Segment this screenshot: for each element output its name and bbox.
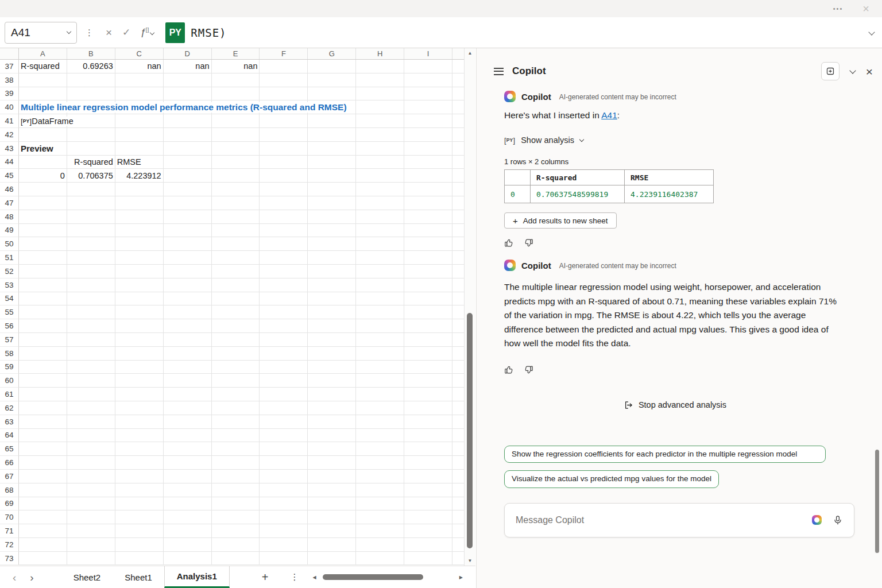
cell-I67[interactable] xyxy=(404,470,452,483)
cell-A68[interactable] xyxy=(19,483,67,497)
column-header-B[interactable]: B xyxy=(67,48,115,59)
cell-F49[interactable] xyxy=(260,224,308,238)
row-header-37[interactable]: 37 xyxy=(0,60,19,74)
cell-H43[interactable] xyxy=(356,142,404,156)
cell-A64[interactable] xyxy=(19,429,67,443)
cell-E66[interactable] xyxy=(212,456,260,470)
formula-bar-kebab-icon[interactable]: ⋮ xyxy=(85,28,94,38)
cell-B60[interactable] xyxy=(67,374,115,388)
cell-I69[interactable] xyxy=(404,497,452,511)
cell-B56[interactable] xyxy=(67,319,115,333)
cell-G47[interactable] xyxy=(308,196,356,210)
cell-B52[interactable] xyxy=(67,265,115,278)
row-header-52[interactable]: 52 xyxy=(0,265,19,278)
cell-B54[interactable] xyxy=(67,292,115,306)
cell-D64[interactable] xyxy=(164,429,212,443)
row-header-47[interactable]: 47 xyxy=(0,196,19,210)
cell-E45[interactable] xyxy=(212,169,260,183)
cell-F62[interactable] xyxy=(260,401,308,415)
cell-I63[interactable] xyxy=(404,415,452,429)
cell-I55[interactable] xyxy=(404,305,452,319)
row-header-53[interactable]: 53 xyxy=(0,278,19,292)
suggestion-chip[interactable]: Visualize the actual vs predicted mpg va… xyxy=(504,470,719,488)
cell-I53[interactable] xyxy=(404,278,452,292)
cell-C60[interactable] xyxy=(115,374,164,388)
cell-G58[interactable] xyxy=(308,347,356,361)
cell-F67[interactable] xyxy=(260,470,308,483)
row-header-62[interactable]: 62 xyxy=(0,401,19,415)
scroll-left-icon[interactable]: ◀ xyxy=(312,575,316,580)
cell-C50[interactable] xyxy=(115,237,164,251)
cell-A52[interactable] xyxy=(19,265,67,278)
cell-E54[interactable] xyxy=(212,292,260,306)
row-header-41[interactable]: 41 xyxy=(0,114,19,128)
cell-D66[interactable] xyxy=(164,456,212,470)
cell-F68[interactable] xyxy=(260,483,308,497)
cell-C42[interactable] xyxy=(115,128,164,142)
cell-H67[interactable] xyxy=(356,470,404,483)
cell-H39[interactable] xyxy=(356,87,404,101)
cell-D37[interactable]: nan xyxy=(164,60,212,74)
cell-C45[interactable]: 4.223912 xyxy=(115,169,164,183)
cell-G64[interactable] xyxy=(308,429,356,443)
cell-D41[interactable] xyxy=(164,114,212,128)
cell-G62[interactable] xyxy=(308,401,356,415)
cell-I40[interactable] xyxy=(404,100,452,114)
cell-A47[interactable] xyxy=(19,196,67,210)
add-results-button[interactable]: + Add results to new sheet xyxy=(504,212,617,229)
cell-C64[interactable] xyxy=(115,429,164,443)
cell-C56[interactable] xyxy=(115,319,164,333)
cell-B55[interactable] xyxy=(67,305,115,319)
cell-I51[interactable] xyxy=(404,251,452,265)
row-header-72[interactable]: 72 xyxy=(0,538,19,552)
cell-G51[interactable] xyxy=(308,251,356,265)
row-header-67[interactable]: 67 xyxy=(0,470,19,483)
cell-F69[interactable] xyxy=(260,497,308,511)
cell-H72[interactable] xyxy=(356,538,404,552)
cell-E57[interactable] xyxy=(212,333,260,347)
cell-A54[interactable] xyxy=(19,292,67,306)
cell-H40[interactable] xyxy=(356,100,404,114)
cell-I42[interactable] xyxy=(404,128,452,142)
cell-C73[interactable] xyxy=(115,552,164,566)
cell-D72[interactable] xyxy=(164,538,212,552)
row-header-55[interactable]: 55 xyxy=(0,305,19,319)
cell-F48[interactable] xyxy=(260,210,308,224)
cell-C37[interactable]: nan xyxy=(115,60,164,74)
cell-A67[interactable] xyxy=(19,470,67,483)
cell-C59[interactable] xyxy=(115,361,164,374)
cell-F70[interactable] xyxy=(260,510,308,524)
cell-I66[interactable] xyxy=(404,456,452,470)
name-box[interactable]: A41 xyxy=(5,22,77,44)
cell-G59[interactable] xyxy=(308,361,356,374)
cell-D54[interactable] xyxy=(164,292,212,306)
cell-G57[interactable] xyxy=(308,333,356,347)
sheet-nav-left-icon[interactable]: ‹ xyxy=(13,572,16,583)
cell-B50[interactable] xyxy=(67,237,115,251)
cell-E68[interactable] xyxy=(212,483,260,497)
cell-H63[interactable] xyxy=(356,415,404,429)
cell-E37[interactable]: nan xyxy=(212,60,260,74)
cell-C49[interactable] xyxy=(115,224,164,238)
cell-B72[interactable] xyxy=(67,538,115,552)
cell-E61[interactable] xyxy=(212,388,260,401)
cell-H52[interactable] xyxy=(356,265,404,278)
add-sheet-button[interactable]: + xyxy=(262,571,269,584)
suggestion-chip[interactable]: Show the regression coefficients for eac… xyxy=(504,446,826,463)
cell-I70[interactable] xyxy=(404,510,452,524)
cell-B44[interactable]: R-squared xyxy=(67,156,115,169)
cell-G61[interactable] xyxy=(308,388,356,401)
cell-G37[interactable] xyxy=(308,60,356,74)
column-header-G[interactable]: G xyxy=(308,48,356,59)
cell-B39[interactable] xyxy=(67,87,115,101)
cell-C39[interactable] xyxy=(115,87,164,101)
cell-I72[interactable] xyxy=(404,538,452,552)
tab-sheet2[interactable]: Sheet2 xyxy=(61,566,113,588)
column-header-I[interactable]: I xyxy=(404,48,452,59)
cell-reference-link[interactable]: A41 xyxy=(601,110,617,120)
cell-I58[interactable] xyxy=(404,347,452,361)
cell-G46[interactable] xyxy=(308,183,356,196)
cell-A37[interactable]: R-squared xyxy=(19,60,67,74)
cell-D68[interactable] xyxy=(164,483,212,497)
cell-D48[interactable] xyxy=(164,210,212,224)
